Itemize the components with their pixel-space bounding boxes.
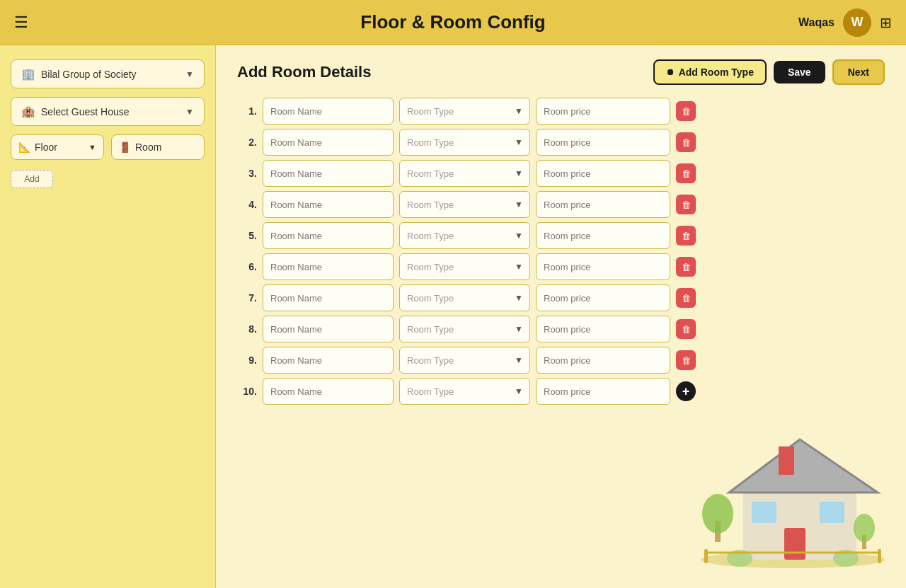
add-small-button[interactable]: Add (11, 170, 53, 188)
add-row-button[interactable]: + (676, 381, 696, 401)
room-name-input[interactable] (263, 222, 394, 249)
house-illustration (694, 404, 892, 574)
room-name-input[interactable] (263, 378, 394, 405)
room-price-input[interactable] (536, 316, 670, 342)
room-price-input[interactable] (536, 160, 670, 187)
content-topbar: Add Room Details ⏺ Add Room Type Save Ne… (237, 59, 885, 85)
avatar: W (843, 8, 871, 37)
room-type-wrapper: Room Type▼ (399, 253, 530, 280)
save-button[interactable]: Save (774, 61, 825, 83)
room-type-wrapper: Room Type▼ (399, 284, 530, 311)
room-type-select[interactable]: Room Type (399, 316, 530, 342)
header-right: Waqas W ⊞ (798, 8, 892, 37)
room-name-input[interactable] (263, 347, 394, 374)
username-label: Waqas (798, 16, 835, 29)
room-type-select[interactable]: Room Type (399, 98, 530, 125)
add-room-type-button[interactable]: ⏺ Add Room Type (653, 59, 767, 85)
room-icon: 🚪 (119, 142, 131, 153)
delete-row-button[interactable]: 🗑 (676, 319, 696, 339)
delete-row-button[interactable]: 🗑 (676, 350, 696, 370)
room-type-select[interactable]: Room Type (399, 191, 530, 218)
delete-row-button[interactable]: 🗑 (676, 195, 696, 214)
delete-row-button[interactable]: 🗑 (676, 163, 696, 183)
room-name-input[interactable] (263, 316, 394, 342)
table-row: 1.Room Type▼🗑 (237, 98, 885, 125)
table-row: 5.Room Type▼🗑 (237, 222, 885, 249)
svg-rect-5 (784, 528, 805, 560)
room-type-select[interactable]: Room Type (399, 253, 530, 280)
room-type-wrapper: Room Type▼ (399, 222, 530, 249)
room-type-select[interactable]: Room Type (399, 222, 530, 249)
building-icon: 🏢 (21, 67, 35, 81)
room-price-input[interactable] (536, 284, 670, 311)
svg-point-11 (854, 514, 875, 542)
table-row: 8.Room Type▼🗑 (237, 316, 885, 342)
room-price-input[interactable] (536, 347, 670, 374)
chevron-floor: ▼ (88, 143, 96, 151)
svg-rect-4 (779, 446, 794, 475)
room-type-select[interactable]: Room Type (399, 378, 530, 405)
record-icon: ⏺ (666, 67, 675, 77)
room-rows-container: 1.Room Type▼🗑2.Room Type▼🗑3.Room Type▼🗑4… (237, 98, 885, 405)
chevron-down-icon-2: ▼ (185, 107, 194, 117)
row-number: 4. (237, 199, 257, 210)
room-price-input[interactable] (536, 378, 670, 405)
svg-rect-7 (820, 502, 844, 523)
chevron-down-icon: ▼ (185, 69, 194, 79)
room-name-input[interactable] (263, 129, 394, 156)
delete-row-button[interactable]: 🗑 (676, 288, 696, 308)
row-number: 2. (237, 137, 257, 148)
table-row: 2.Room Type▼🗑 (237, 129, 885, 156)
room-price-input[interactable] (536, 98, 670, 125)
room-type-select[interactable]: Room Type (399, 160, 530, 187)
delete-row-button[interactable]: 🗑 (676, 226, 696, 246)
room-type-wrapper: Room Type▼ (399, 378, 530, 405)
floor-icon: 📐 (18, 142, 30, 153)
floor-dropdown[interactable]: 📐 Floor ▼ (11, 134, 104, 160)
main-layout: 🏢 Bilal Group of Society ▼ 🏨 Select Gues… (0, 45, 906, 588)
topbar-actions: ⏺ Add Room Type Save Next (653, 59, 885, 85)
row-number: 5. (237, 230, 257, 241)
room-price-input[interactable] (536, 222, 670, 249)
room-dropdown[interactable]: 🚪 Room (111, 134, 205, 160)
table-row: 10.Room Type▼+ (237, 378, 885, 405)
room-price-input[interactable] (536, 191, 670, 218)
guest-house-dropdown[interactable]: 🏨 Select Guest House ▼ (11, 97, 205, 126)
society-dropdown[interactable]: 🏢 Bilal Group of Society ▼ (11, 59, 205, 88)
svg-point-9 (702, 494, 733, 534)
svg-marker-2 (729, 439, 878, 492)
row-number: 9. (237, 354, 257, 366)
delete-row-button[interactable]: 🗑 (676, 132, 696, 152)
delete-row-button[interactable]: 🗑 (676, 257, 696, 277)
row-number: 8. (237, 323, 257, 335)
room-type-wrapper: Room Type▼ (399, 316, 530, 342)
room-type-wrapper: Room Type▼ (399, 191, 530, 218)
next-button[interactable]: Next (832, 59, 885, 85)
floor-label: Floor (35, 142, 57, 153)
room-type-select[interactable]: Room Type (399, 284, 530, 311)
hamburger-icon[interactable]: ☰ (14, 13, 28, 32)
room-type-wrapper: Room Type▼ (399, 129, 530, 156)
content-area: Add Room Details ⏺ Add Room Type Save Ne… (216, 45, 906, 588)
room-name-input[interactable] (263, 284, 394, 311)
room-type-select[interactable]: Room Type (399, 347, 530, 374)
grid-icon[interactable]: ⊞ (880, 14, 892, 31)
table-row: 4.Room Type▼🗑 (237, 191, 885, 218)
room-type-wrapper: Room Type▼ (399, 347, 530, 374)
floor-room-row: 📐 Floor ▼ 🚪 Room (11, 134, 205, 160)
header: ☰ Floor & Room Config Waqas W ⊞ (0, 0, 906, 45)
room-type-select[interactable]: Room Type (399, 129, 530, 156)
room-type-wrapper: Room Type▼ (399, 160, 530, 187)
room-price-input[interactable] (536, 253, 670, 280)
sidebar: 🏢 Bilal Group of Society ▼ 🏨 Select Gues… (0, 45, 216, 588)
room-label: Room (135, 142, 161, 153)
room-price-input[interactable] (536, 129, 670, 156)
room-name-input[interactable] (263, 160, 394, 187)
table-row: 6.Room Type▼🗑 (237, 253, 885, 280)
room-name-input[interactable] (263, 98, 394, 125)
row-number: 7. (237, 292, 257, 304)
svg-rect-15 (878, 549, 881, 563)
delete-row-button[interactable]: 🗑 (676, 101, 696, 121)
room-name-input[interactable] (263, 191, 394, 218)
room-name-input[interactable] (263, 253, 394, 280)
